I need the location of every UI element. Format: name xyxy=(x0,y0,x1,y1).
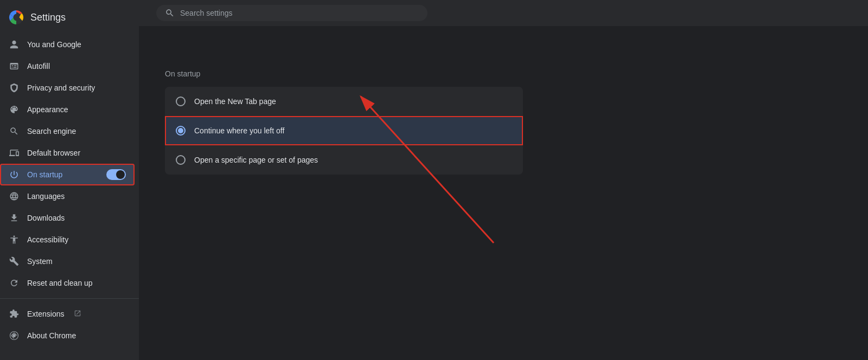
layout: Settings You and Google Autofill Privacy… xyxy=(0,0,868,360)
sidebar-item-label: System xyxy=(27,257,53,266)
sidebar-item-extensions[interactable]: Extensions xyxy=(0,303,135,325)
topbar xyxy=(139,0,868,26)
shield-icon xyxy=(9,82,20,93)
option-specific-page[interactable]: Open a specific page or set of pages xyxy=(165,145,523,175)
sidebar-item-label: You and Google xyxy=(27,40,81,49)
search-bar-container xyxy=(156,5,427,21)
svg-point-5 xyxy=(12,334,16,337)
sidebar-item-privacy-and-security[interactable]: Privacy and security xyxy=(0,77,135,99)
svg-point-3 xyxy=(14,15,19,20)
active-chip-dot xyxy=(116,170,125,179)
search-icon xyxy=(165,8,175,18)
autofill-icon xyxy=(9,61,20,72)
startup-icon xyxy=(9,169,20,180)
sidebar-item-label: About Chrome xyxy=(27,331,76,340)
sidebar-item-languages[interactable]: Languages xyxy=(0,185,135,207)
option-continue[interactable]: Continue where you left off xyxy=(165,116,523,145)
system-icon xyxy=(9,256,20,267)
option-new-tab-label: Open the New Tab page xyxy=(194,97,276,106)
sidebar-item-autofill[interactable]: Autofill xyxy=(0,55,135,77)
section-title: On startup xyxy=(165,69,842,78)
sidebar-header: Settings xyxy=(0,4,139,34)
sidebar-item-label: Search engine xyxy=(27,127,76,136)
sidebar-item-about-chrome[interactable]: About Chrome xyxy=(0,325,135,346)
active-chip xyxy=(106,169,126,180)
app-title: Settings xyxy=(30,12,66,23)
option-new-tab[interactable]: Open the New Tab page xyxy=(165,87,523,116)
appearance-icon xyxy=(9,104,20,115)
sidebar-item-reset-and-clean-up[interactable]: Reset and clean up xyxy=(0,272,135,294)
sidebar-item-label: Appearance xyxy=(27,105,68,114)
external-link-icon xyxy=(74,310,81,319)
option-specific-page-label: Open a specific page or set of pages xyxy=(194,156,318,164)
sidebar-item-label: Extensions xyxy=(27,310,64,318)
extensions-icon xyxy=(9,308,20,319)
person-icon xyxy=(9,39,20,50)
reset-icon xyxy=(9,278,20,288)
sidebar-item-on-startup[interactable]: On startup xyxy=(0,164,135,185)
sidebar-item-accessibility[interactable]: Accessibility xyxy=(0,229,135,250)
sidebar-item-label: Languages xyxy=(27,192,65,201)
sidebar-item-label: Downloads xyxy=(27,214,65,222)
sidebar-item-downloads[interactable]: Downloads xyxy=(0,207,135,229)
sidebar-item-search-engine[interactable]: Search engine xyxy=(0,120,135,142)
radio-new-tab[interactable] xyxy=(176,97,186,106)
sidebar-item-appearance[interactable]: Appearance xyxy=(0,99,135,120)
sidebar-item-system[interactable]: System xyxy=(0,250,135,272)
about-icon xyxy=(9,330,20,341)
content-inner: On startup Open the New Tab page Continu… xyxy=(139,56,868,188)
content-area: On startup Open the New Tab page Continu… xyxy=(139,0,868,360)
downloads-icon xyxy=(9,213,20,223)
sidebar-item-you-and-google[interactable]: You and Google xyxy=(0,34,135,55)
search-engine-icon xyxy=(9,126,20,137)
accessibility-icon xyxy=(9,234,20,245)
sidebar: Settings You and Google Autofill Privacy… xyxy=(0,0,139,360)
option-continue-label: Continue where you left off xyxy=(194,126,284,135)
search-input[interactable] xyxy=(180,9,419,17)
sidebar-item-label: Autofill xyxy=(27,62,50,70)
sidebar-divider xyxy=(0,298,139,299)
languages-icon xyxy=(9,191,20,202)
radio-continue[interactable] xyxy=(176,126,186,136)
chrome-logo-icon xyxy=(9,10,24,25)
sidebar-item-label: Reset and clean up xyxy=(27,279,93,287)
sidebar-item-label: Accessibility xyxy=(27,235,68,244)
sidebar-item-label: Default browser xyxy=(27,149,80,157)
options-card: Open the New Tab page Continue where you… xyxy=(165,87,523,175)
radio-specific-page[interactable] xyxy=(176,155,186,165)
sidebar-item-default-browser[interactable]: Default browser xyxy=(0,142,135,164)
sidebar-item-label: On startup xyxy=(27,170,62,179)
sidebar-item-label: Privacy and security xyxy=(27,83,95,92)
default-browser-icon xyxy=(9,147,20,158)
